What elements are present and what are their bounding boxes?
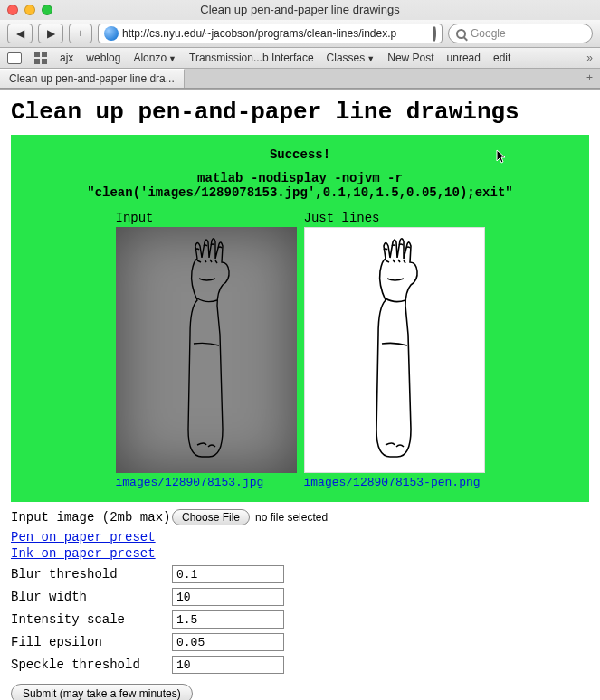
input-image-row: Input image (2mb max) Choose File no fil… (11, 509, 589, 525)
chevron-down-icon: ▼ (367, 54, 375, 63)
submit-button[interactable]: Submit (may take a few minutes) (11, 684, 193, 700)
page-content: Clean up pen-and-paper line drawings Suc… (0, 90, 600, 700)
hand-drawing-clean-icon (340, 235, 449, 466)
intensity-scale-label: Intensity scale (11, 612, 172, 627)
window-chrome: Clean up pen-and-paper line drawings ◀ ▶… (0, 0, 600, 90)
result-box: Success! matlab -nodisplay -nojvm -r "cl… (11, 135, 589, 502)
input-label: Input (116, 211, 297, 227)
forward-button[interactable]: ▶ (38, 24, 63, 43)
command-line-1: matlab -nodisplay -nojvm -r (20, 171, 580, 185)
site-icon (104, 26, 119, 41)
search-placeholder: Google (471, 27, 506, 40)
bookmark-new-post[interactable]: New Post (387, 52, 433, 64)
bookmark-unread[interactable]: unread (447, 52, 481, 64)
intensity-scale-row: Intensity scale (11, 610, 589, 629)
image-panels: Input images/12890781 (20, 211, 580, 489)
output-image (304, 227, 485, 473)
output-label: Just lines (304, 211, 485, 227)
speckle-threshold-label: Speckle threshold (11, 657, 172, 672)
back-button[interactable]: ◀ (7, 24, 33, 43)
output-image-link[interactable]: images/1289078153-pen.png (304, 473, 485, 489)
page-title: Clean up pen-and-paper line drawings (11, 99, 589, 126)
add-bookmark-button[interactable]: + (69, 24, 92, 43)
fill-epsilon-label: Fill epsilon (11, 635, 172, 649)
minimize-window-button[interactable] (24, 5, 35, 15)
blur-width-input[interactable] (172, 588, 284, 606)
blur-width-label: Blur width (11, 590, 172, 604)
search-icon (456, 29, 466, 39)
command-text: matlab -nodisplay -nojvm -r "clean('imag… (20, 171, 580, 211)
intensity-scale-input[interactable] (172, 610, 284, 629)
show-bookmarks-icon[interactable] (7, 52, 22, 64)
new-tab-button[interactable]: + (579, 69, 600, 88)
tab-bar: Clean up pen-and-paper line dra... + (0, 69, 600, 89)
bookmarks-bar: ajx weblog Alonzo▼ Transmission...b Inte… (0, 48, 600, 69)
success-label: Success! (20, 142, 580, 171)
bookmark-weblog[interactable]: weblog (86, 52, 120, 64)
blur-threshold-input[interactable] (172, 565, 284, 583)
speckle-threshold-input[interactable] (172, 656, 284, 674)
window-title: Clean up pen-and-paper line drawings (0, 3, 600, 20)
close-window-button[interactable] (7, 5, 18, 15)
browser-toolbar: ◀ ▶ + http://cs.nyu.edu/~jacobson/progra… (0, 20, 600, 48)
input-image-label: Input image (2mb max) (11, 510, 172, 525)
fill-epsilon-row: Fill epsilon (11, 633, 589, 651)
url-bar[interactable]: http://cs.nyu.edu/~jacobson/programs/cle… (98, 24, 443, 43)
bookmarks-overflow[interactable]: » (586, 52, 593, 64)
blur-threshold-label: Blur threshold (11, 567, 172, 582)
no-file-label: no file selected (255, 511, 328, 524)
bookmark-alonzo[interactable]: Alonzo▼ (133, 52, 176, 64)
top-sites-icon[interactable] (34, 52, 47, 64)
bookmark-ajx[interactable]: ajx (60, 52, 73, 64)
speckle-threshold-row: Speckle threshold (11, 656, 589, 674)
fill-epsilon-input[interactable] (172, 633, 284, 651)
bookmark-transmission[interactable]: Transmission...b Interface (189, 52, 314, 64)
output-panel: Just lines images/128 (304, 211, 485, 489)
pen-preset-link[interactable]: Pen on paper preset (11, 530, 589, 544)
blur-width-row: Blur width (11, 588, 589, 606)
zoom-window-button[interactable] (42, 5, 52, 15)
command-line-2: "clean('images/1289078153.jpg',0.1,10,1.… (20, 185, 580, 200)
reload-button[interactable] (433, 27, 436, 40)
hand-drawing-icon (152, 235, 261, 466)
chevron-down-icon: ▼ (168, 54, 176, 63)
input-image (116, 227, 297, 473)
tab-active[interactable]: Clean up pen-and-paper line dra... (0, 69, 185, 88)
url-text: http://cs.nyu.edu/~jacobson/programs/cle… (122, 27, 396, 40)
bookmark-edit[interactable]: edit (493, 52, 510, 64)
form-area: Input image (2mb max) Choose File no fil… (11, 509, 589, 700)
bookmark-classes[interactable]: Classes▼ (327, 52, 376, 64)
choose-file-button[interactable]: Choose File (172, 509, 250, 525)
ink-preset-link[interactable]: Ink on paper preset (11, 546, 589, 561)
search-bar[interactable]: Google (448, 24, 593, 43)
input-image-link[interactable]: images/1289078153.jpg (116, 473, 297, 489)
input-panel: Input images/12890781 (116, 211, 297, 489)
blur-threshold-row: Blur threshold (11, 565, 589, 583)
